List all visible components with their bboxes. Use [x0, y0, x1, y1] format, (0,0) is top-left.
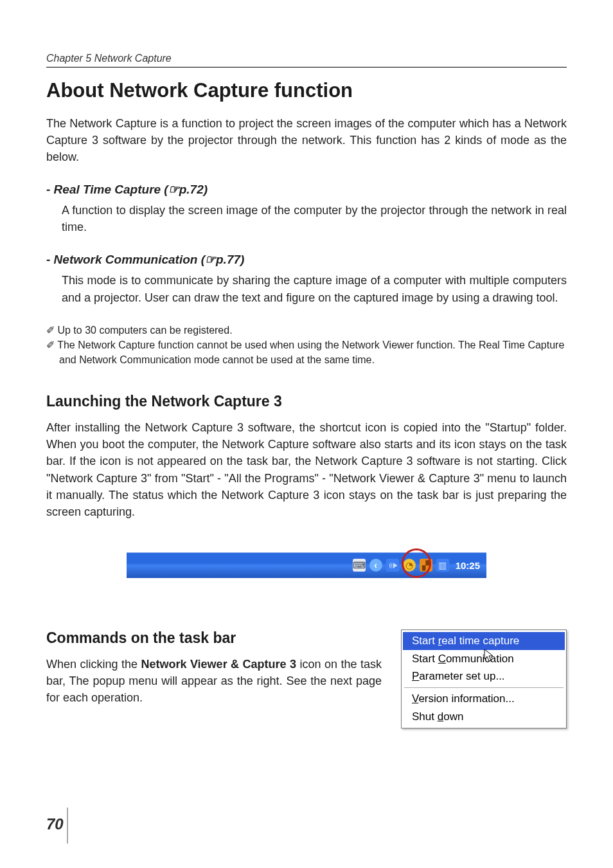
intro-paragraph: The Network Capture is a function to pro…	[46, 115, 567, 165]
page-number-rule	[67, 808, 68, 844]
subbody-realtime: A function to display the screen image o…	[46, 202, 567, 235]
svg-marker-0	[484, 649, 493, 661]
note-2: ✐ The Network Capture function cannot be…	[46, 338, 567, 367]
menu-shut-down[interactable]: Shut down	[403, 708, 565, 726]
paragraph-commands: When clicking the Network Viewer & Captu…	[46, 656, 382, 706]
system-clock: 10:25	[456, 560, 480, 571]
menu-separator	[404, 687, 564, 688]
chapter-header: Chapter 5 Network Capture	[46, 53, 567, 68]
tray-network-capture-icon[interactable]: ▞	[420, 559, 432, 572]
menu-text: ommunication	[446, 653, 514, 665]
heading-launching: Launching the Network Capture 3	[46, 393, 567, 410]
paragraph-launching: After installing the Network Capture 3 s…	[46, 419, 567, 520]
menu-text: Start	[412, 635, 438, 647]
menu-accel: P	[412, 670, 419, 682]
tray-keyboard-icon[interactable]: ⌨	[353, 559, 366, 572]
menu-version-information[interactable]: Version information...	[403, 690, 565, 708]
tray-expand-icon[interactable]: ‹	[369, 559, 382, 572]
context-menu: Start real time capture Start Communicat…	[401, 629, 567, 728]
menu-text: arameter set up...	[419, 670, 504, 682]
menu-accel: C	[438, 653, 446, 665]
menu-accel: d	[438, 710, 443, 723]
tray-monitor-icon[interactable]: ▥	[436, 559, 449, 572]
subhead-netcomm: - Network Communication (☞p.77)	[46, 252, 567, 267]
subbody-netcomm: This mode is to communicate by sharing t…	[46, 272, 567, 305]
page-number: 70	[46, 815, 64, 833]
windows-taskbar[interactable]: ⌨ ‹ 🕪 ◔ ▞ ▥ 10:25	[127, 552, 486, 578]
cmd-text-bold: Network Viewer & Capture 3	[141, 658, 296, 671]
page-title: About Network Capture function	[46, 79, 567, 102]
note-1: ✐ Up to 30 computers can be registered.	[46, 323, 567, 338]
notes-block: ✐ Up to 30 computers can be registered. …	[46, 323, 567, 368]
menu-text: ersion information...	[418, 692, 514, 705]
heading-commands: Commands on the task bar	[46, 629, 382, 647]
subhead-realtime: - Real Time Capture (☞p.72)	[46, 182, 567, 197]
cursor-icon	[484, 649, 495, 663]
menu-accel: V	[412, 692, 418, 705]
menu-text: Start	[412, 653, 438, 665]
taskbar-figure: ⌨ ‹ 🕪 ◔ ▞ ▥ 10:25	[46, 546, 567, 597]
menu-text: eal time capture	[441, 635, 519, 647]
cmd-text-pre: When clicking the	[46, 658, 141, 671]
menu-text: Shut	[412, 710, 438, 723]
tray-volume-icon[interactable]: 🕪	[386, 559, 399, 572]
menu-start-realtime-capture[interactable]: Start real time capture	[403, 632, 565, 650]
tray-shield-icon[interactable]: ◔	[403, 559, 416, 572]
menu-parameter-setup[interactable]: Parameter set up...	[403, 667, 565, 685]
menu-text: own	[443, 710, 463, 723]
